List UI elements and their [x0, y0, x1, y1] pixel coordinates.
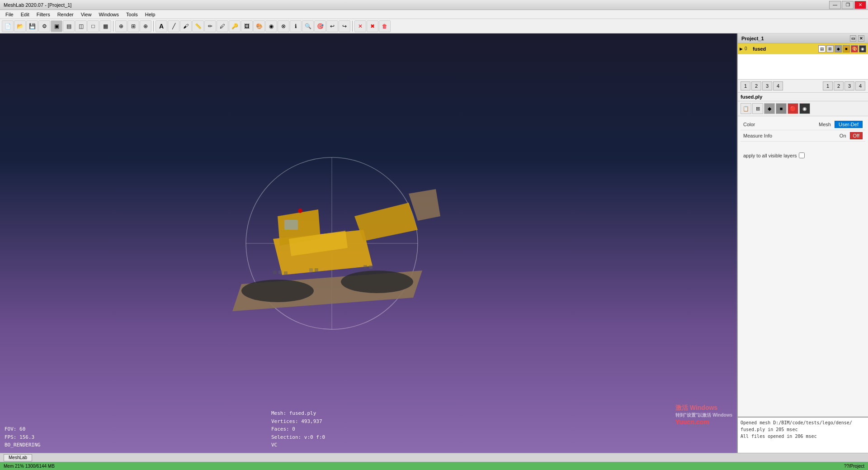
layer-icon-circle[interactable]: ◉ [859, 45, 866, 52]
layer-icon-square[interactable]: ■ [843, 45, 850, 52]
viewport-mesh-info: Mesh: fused.ply Vertices: 493,937 Faces:… [271, 409, 325, 449]
tb-edit[interactable]: ✏ [204, 20, 216, 32]
tb-reset-view[interactable]: ⊕ [115, 20, 127, 32]
selection-stat: Selection: v:0 f:0 [271, 433, 325, 442]
tb-pick[interactable]: 🔑 [229, 20, 241, 32]
svg-rect-14 [278, 271, 282, 274]
window-controls: — ❐ ✕ [829, 1, 866, 9]
properties-panel: Color Mesh User-Def Measure Info On Off … [738, 116, 868, 417]
mesh-act-red[interactable]: 🔴 [788, 103, 798, 114]
layer-nav-r3[interactable]: 3 [844, 81, 854, 90]
measure-off-btn[interactable]: Off [850, 132, 863, 139]
apply-row: apply to all visible layers [741, 151, 865, 160]
layer-index: 0 [745, 46, 751, 51]
menu-file[interactable]: File [2, 11, 17, 18]
mesh-name-label: fused.ply [738, 93, 868, 101]
watermark: 激活 Windows 转到"设置"以激活 Windows Yuucn.com [675, 404, 732, 426]
measure-label: Measure Info [743, 133, 838, 138]
color-value-btn[interactable]: User-Def [835, 121, 863, 128]
menu-edit[interactable]: Edit [17, 11, 33, 18]
close-button[interactable]: ✕ [854, 1, 866, 9]
tb-paint[interactable]: 🖌 [180, 20, 192, 32]
svg-rect-10 [284, 220, 298, 230]
tb-target[interactable]: 🎯 [314, 20, 326, 32]
3d-model [219, 157, 445, 329]
mesh-act-circle[interactable]: ◉ [799, 103, 810, 114]
vertices-stat: Vertices: 493,937 [271, 418, 325, 426]
prop-spacer [741, 142, 865, 151]
layer-nav-3[interactable]: 3 [762, 81, 772, 90]
svg-rect-18 [363, 265, 367, 269]
tb-undo[interactable]: ↩ [326, 20, 338, 32]
tb-color[interactable]: 🎨 [253, 20, 265, 32]
layer-icon-color[interactable]: 🎨 [851, 45, 858, 52]
main-area: FOV: 60 FPS: 156.3 BO_RENDERING Mesh: fu… [0, 33, 868, 453]
tb-brush[interactable]: 🖊 [217, 20, 228, 32]
tb-measure[interactable]: 📏 [192, 20, 204, 32]
minimize-button[interactable]: — [829, 1, 841, 9]
tb-render-mode2[interactable]: ▤ [63, 20, 75, 32]
tb-texture[interactable]: 🖼 [241, 20, 253, 32]
mesh-act-plus[interactable]: ⊞ [752, 103, 763, 114]
svg-point-4 [241, 280, 314, 302]
color-mesh-label: Mesh [819, 122, 831, 127]
tb-btn10[interactable]: ◉ [265, 20, 277, 32]
tb-redo[interactable]: ↪ [339, 20, 350, 32]
panel-title-text: Project_1 [741, 36, 764, 41]
menu-filters[interactable]: Filters [33, 11, 54, 18]
menu-windows[interactable]: Windows [95, 11, 123, 18]
tb-open[interactable]: 📂 [14, 20, 26, 32]
mesh-act-copy[interactable]: 📋 [741, 103, 751, 114]
tb-new[interactable]: 📄 [2, 20, 14, 32]
tb-save[interactable]: 💾 [26, 20, 38, 32]
tb-snap[interactable]: ⊕ [140, 20, 151, 32]
layer-icon-plus[interactable]: ⊞ [826, 45, 834, 52]
viewport-3d[interactable]: FOV: 60 FPS: 156.3 BO_RENDERING Mesh: fu… [0, 33, 737, 453]
tb-zoom-fit[interactable]: ⊞ [127, 20, 139, 32]
layer-nav: 1 2 3 4 1 2 3 4 [738, 80, 868, 93]
svg-marker-9 [409, 189, 440, 221]
layer-nav-r2[interactable]: 2 [834, 81, 844, 90]
svg-rect-15 [284, 271, 288, 275]
log-line-3: All files opened in 206 msec [741, 433, 865, 440]
svg-rect-13 [273, 271, 277, 274]
tb-info[interactable]: ℹ [290, 20, 302, 32]
menu-help[interactable]: Help [142, 11, 159, 18]
panel-close-btn[interactable]: ✕ [858, 35, 864, 42]
apply-checkbox[interactable] [799, 152, 805, 158]
layer-icon-grid[interactable]: ▤ [818, 45, 826, 52]
tb-delete3[interactable]: 🗑 [379, 20, 391, 32]
layer-nav-2[interactable]: 2 [751, 81, 761, 90]
layer-item[interactable]: ▶ 0 fused ▤ ⊞ ◆ ■ 🎨 ◉ [738, 43, 868, 54]
tb-delete2[interactable]: ✖ [367, 20, 378, 32]
mesh-act-diamond[interactable]: ◆ [764, 103, 775, 114]
layer-icon-diamond[interactable]: ◆ [835, 45, 842, 52]
tb-render-mode1[interactable]: ▣ [51, 20, 62, 32]
layer-list: ▶ 0 fused ▤ ⊞ ◆ ■ 🎨 ◉ [738, 43, 868, 80]
taskbar: MeshLab [0, 453, 868, 462]
tb-search[interactable]: 🔍 [302, 20, 314, 32]
tb-delete1[interactable]: ✕ [354, 20, 366, 32]
taskbar-project[interactable]: MeshLab [4, 454, 32, 461]
mesh-act-square[interactable]: ■ [776, 103, 787, 114]
layer-nav-r4[interactable]: 4 [855, 81, 865, 90]
tb-render-mode4[interactable]: □ [87, 20, 99, 32]
tb-render-mode5[interactable]: ▦ [99, 20, 111, 32]
layer-nav-4[interactable]: 4 [773, 81, 783, 90]
toolbar: 📄 📂 💾 ⚙ ▣ ▤ ◫ □ ▦ ⊕ ⊞ ⊕ A ╱ 🖌 📏 ✏ 🖊 🔑 🖼 … [0, 19, 868, 33]
menu-render[interactable]: Render [54, 11, 77, 18]
tb-select-vertex[interactable]: A [156, 20, 167, 32]
tb-render-mode3[interactable]: ◫ [75, 20, 87, 32]
panel-restore-btn[interactable]: ▭ [850, 35, 856, 42]
layer-nav-r1[interactable]: 1 [823, 81, 833, 90]
menu-view[interactable]: View [77, 11, 95, 18]
tb-settings[interactable]: ⚙ [38, 20, 50, 32]
menu-tools[interactable]: Tools [123, 11, 142, 18]
watermark-line1: 激活 Windows [675, 404, 732, 412]
tb-btn11[interactable]: ⊗ [278, 20, 289, 32]
maximize-button[interactable]: ❐ [842, 1, 854, 9]
log-line-2: fused.ply in 205 msec [741, 426, 865, 433]
log-panel: Opened mesh D:/BIM/code/tests/lego/dense… [738, 417, 868, 453]
tb-select-face[interactable]: ╱ [168, 20, 179, 32]
layer-nav-1[interactable]: 1 [741, 81, 750, 90]
